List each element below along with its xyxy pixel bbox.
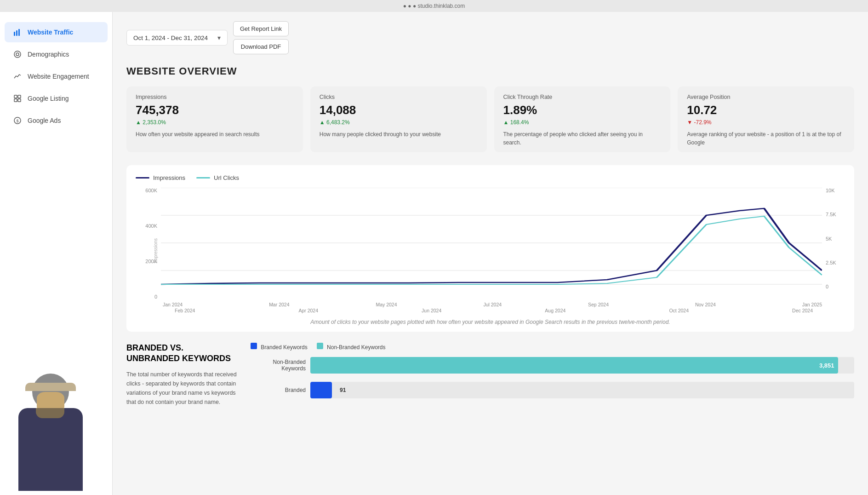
clicks-desc: How many people clicked through to your … [320, 130, 478, 138]
svg-rect-7 [14, 99, 17, 102]
branded-legend-item: Branded Keywords [251, 343, 308, 351]
sidebar: Website Traffic Demographics Website Eng… [0, 12, 113, 495]
svg-point-4 [16, 53, 19, 56]
avg-position-label: Average Position [687, 94, 845, 100]
sidebar-item-website-traffic[interactable]: Website Traffic [5, 22, 108, 42]
non-branded-bar-label: Non-BrandedKeywords [251, 359, 306, 372]
svg-rect-2 [18, 29, 20, 36]
avg-position-card: Average Position 10.72 ▼ -72.9% Average … [678, 86, 854, 152]
date-range-picker[interactable]: Oct 1, 2024 - Dec 31, 2024 ▾ [126, 30, 228, 46]
y-right-7-5k: 7.5K [826, 212, 836, 217]
x-axis-top: Jan 2024 Mar 2024 May 2024 Jul 2024 Sep … [161, 302, 822, 307]
stats-row: Impressions 745,378 ▲ 2,353.0% How often… [126, 86, 854, 152]
y-right-5k: 5K [826, 236, 832, 242]
svg-text:$: $ [16, 119, 18, 123]
sidebar-item-website-engagement[interactable]: Website Engagement [5, 66, 108, 86]
sidebar-item-google-listing[interactable]: Google Listing [5, 88, 108, 109]
x-label-nov24: Nov 2024 [695, 302, 716, 307]
branded-legend-label: Branded Keywords [261, 344, 307, 351]
sidebar-item-label: Google Ads [28, 117, 61, 124]
sidebar-item-label: Website Engagement [28, 73, 89, 80]
listing-icon [13, 94, 22, 103]
system-bar: ● ● ● studio.thinklab.com [0, 0, 868, 12]
branded-bar-fill: 91 [310, 382, 332, 398]
chart-svg [161, 188, 822, 298]
person-overlay [0, 360, 112, 495]
svg-point-3 [14, 51, 21, 58]
chart-caption: Amount of clicks to your website pages p… [136, 319, 845, 325]
x-label-jan24: Jan 2024 [163, 302, 183, 307]
avg-position-change: ▼ -72.9% [687, 119, 845, 126]
sidebar-item-label: Google Listing [28, 95, 69, 102]
branded-title: BRANDED VS. UNBRANDED KEYWORDS [126, 343, 237, 364]
chart-legend: Impressions Url Clicks [136, 174, 845, 181]
svg-rect-0 [14, 32, 15, 36]
window-title: ● ● ● studio.thinklab.com [403, 3, 465, 9]
svg-rect-1 [16, 30, 17, 36]
clicks-card: Clicks 14,088 ▲ 6,483.2% How many people… [310, 86, 487, 152]
x-label-mar24: Mar 2024 [269, 302, 289, 307]
date-range-value: Oct 1, 2024 - Dec 31, 2024 [133, 35, 208, 41]
branded-text: The total number of keywords that receiv… [126, 370, 237, 407]
y-right-2-5k: 2.5K [826, 260, 836, 265]
non-branded-legend-label: Non-Branded Keywords [327, 344, 385, 351]
x-axis-bottom: Feb 2024 Apr 2024 Jun 2024 Aug 2024 Oct … [161, 308, 822, 313]
impressions-change: ▲ 2,353.0% [136, 119, 294, 126]
clicks-change: ▲ 6,483.2% [320, 119, 478, 126]
x-label-feb24: Feb 2024 [175, 308, 195, 313]
y-axis-label: Impressions [153, 238, 158, 263]
avg-position-desc: Average ranking of your website - a posi… [687, 130, 845, 147]
impressions-label: Impressions [136, 94, 294, 100]
url-clicks-legend-line [196, 177, 210, 178]
svg-rect-8 [18, 99, 21, 102]
x-label-jan25: Jan 2025 [802, 302, 822, 307]
ctr-change: ▲ 168.4% [503, 119, 662, 126]
ctr-label: Click Through Rate [503, 94, 662, 100]
chart-with-axes: 600K 400K 200K 0 Impressions [136, 188, 845, 313]
main-content: Oct 1, 2024 - Dec 31, 2024 ▾ Get Report … [113, 12, 868, 495]
chart-icon [13, 28, 22, 37]
branded-section: BRANDED VS. UNBRANDED KEYWORDS The total… [126, 343, 854, 407]
impressions-card: Impressions 745,378 ▲ 2,353.0% How often… [126, 86, 303, 152]
get-report-link-button[interactable]: Get Report Link [233, 21, 289, 36]
non-branded-bar-fill: 3,851 [310, 357, 838, 374]
y-tick-400k: 400K [145, 223, 157, 229]
x-label-aug24: Aug 2024 [545, 308, 565, 313]
sidebar-item-demographics[interactable]: Demographics [5, 44, 108, 64]
download-pdf-button[interactable]: Download PDF [233, 39, 289, 54]
sidebar-item-google-ads[interactable]: $ Google Ads [5, 110, 108, 131]
url-clicks-legend: Url Clicks [196, 174, 239, 181]
x-label-may24: May 2024 [376, 302, 397, 307]
impressions-value: 745,378 [136, 103, 294, 117]
x-label-apr24: Apr 2024 [298, 308, 318, 313]
sidebar-item-label: Website Traffic [28, 29, 73, 36]
demographics-icon [13, 50, 22, 59]
branded-chart-legend: Branded Keywords Non-Branded Keywords [251, 343, 854, 351]
ctr-card: Click Through Rate 1.89% ▲ 168.4% The pe… [494, 86, 671, 152]
svg-rect-6 [18, 95, 21, 98]
header-bar: Oct 1, 2024 - Dec 31, 2024 ▾ Get Report … [126, 21, 854, 54]
chevron-down-icon: ▾ [217, 34, 221, 41]
url-clicks-legend-label: Url Clicks [214, 174, 239, 181]
clicks-value: 14,088 [320, 103, 478, 117]
sidebar-item-label: Demographics [28, 51, 69, 58]
page-title: WEBSITE OVERVIEW [126, 65, 854, 77]
branded-bar-track: 91 [310, 382, 854, 398]
branded-bar-value: 91 [340, 387, 346, 393]
non-branded-bar-track: 3,851 [310, 357, 854, 374]
branded-legend-box [251, 343, 257, 349]
impressions-chart-container: Impressions Url Clicks 600K 400K 200K 0 … [126, 165, 854, 332]
x-label-dec24: Dec 2024 [792, 308, 813, 313]
branded-bar-label: Branded [251, 387, 306, 393]
y-tick-0: 0 [154, 294, 157, 299]
svg-rect-5 [14, 95, 17, 98]
branded-bars: Non-BrandedKeywords 3,851 Branded 91 [251, 357, 854, 398]
engagement-icon [13, 72, 22, 81]
ctr-desc: The percentage of people who clicked aft… [503, 130, 662, 147]
impressions-legend: Impressions [136, 174, 185, 181]
impressions-legend-label: Impressions [153, 174, 185, 181]
impressions-legend-line [136, 177, 149, 178]
non-branded-legend-item: Non-Branded Keywords [317, 343, 386, 351]
x-label-sep24: Sep 2024 [588, 302, 609, 307]
y-right-10k: 10K [826, 188, 835, 193]
